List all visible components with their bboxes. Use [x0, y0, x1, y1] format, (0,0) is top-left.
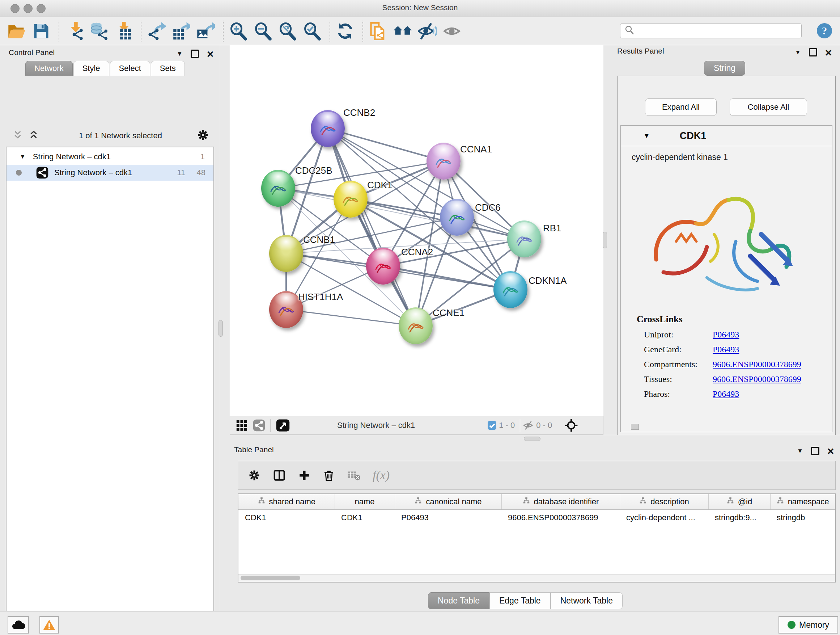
collection-expand-icon[interactable]: ▼: [19, 153, 26, 160]
column-header[interactable]: description: [620, 494, 708, 510]
import-table-icon[interactable]: [114, 22, 133, 41]
export-image-icon[interactable]: [196, 22, 215, 41]
show-hide-graphics-icon[interactable]: [442, 22, 461, 41]
memory-label: Memory: [799, 620, 829, 630]
column-header[interactable]: @id: [708, 494, 770, 510]
tab-edge-table[interactable]: Edge Table: [489, 592, 551, 609]
panel-menu-icon[interactable]: ▼: [177, 50, 183, 57]
table-options-gear-icon[interactable]: [248, 469, 261, 481]
zoom-selected-icon[interactable]: [303, 22, 322, 41]
table-hscrollbar[interactable]: [238, 574, 835, 582]
close-panel-icon[interactable]: ×: [207, 50, 214, 57]
left-splitter-handle[interactable]: [218, 320, 223, 337]
collapse-all-tree-icon[interactable]: [12, 130, 23, 142]
search-input[interactable]: [620, 23, 802, 38]
card-scrollbar[interactable]: [631, 424, 639, 430]
zoom-fit-icon[interactable]: [278, 22, 297, 41]
import-network-icon[interactable]: [65, 22, 84, 41]
column-header[interactable]: namespace: [770, 494, 835, 510]
open-session-icon[interactable]: [7, 22, 26, 41]
crosslink-value[interactable]: P06493: [713, 345, 739, 355]
memory-button[interactable]: Memory: [778, 616, 838, 633]
tab-network[interactable]: Network: [25, 61, 73, 76]
network-node-RB1[interactable]: [507, 220, 541, 257]
tab-style[interactable]: Style: [73, 61, 109, 76]
column-label: description: [651, 497, 689, 507]
network-node-CCNA2[interactable]: [366, 248, 400, 285]
network-node-CDC6[interactable]: [440, 199, 474, 236]
expand-all-button[interactable]: Expand All: [645, 98, 717, 116]
network-node-CCNA1[interactable]: [426, 143, 461, 180]
network-column-icon: [414, 497, 422, 507]
import-network-database-icon[interactable]: [89, 22, 108, 41]
protein-thumbnail: [405, 316, 426, 336]
results-menu-icon[interactable]: ▼: [795, 49, 801, 56]
network-node-CDC25B[interactable]: [261, 170, 295, 207]
results-float-icon[interactable]: [809, 48, 817, 57]
network-node-CDKN1A[interactable]: [493, 271, 527, 308]
grid-view-icon[interactable]: [235, 419, 248, 432]
collapse-all-button[interactable]: Collapse All: [729, 98, 807, 116]
table-menu-icon[interactable]: ▼: [797, 448, 803, 455]
zoom-out-icon[interactable]: [254, 22, 272, 41]
table-cell: CDK1: [238, 510, 335, 526]
table-close-icon[interactable]: ×: [827, 448, 834, 455]
node-label-HIST1H1A: HIST1H1A: [298, 291, 343, 302]
toolbar-separator: [330, 21, 331, 42]
crosslink-value[interactable]: P06493: [713, 389, 739, 399]
network-node-CCNB1[interactable]: [269, 235, 303, 272]
column-header[interactable]: shared name: [238, 494, 335, 510]
copy-style-icon[interactable]: [369, 22, 387, 41]
show-columns-icon[interactable]: [273, 469, 286, 482]
tab-network-table[interactable]: Network Table: [551, 592, 622, 609]
protein-collapse-icon[interactable]: ▼: [643, 132, 650, 140]
column-header[interactable]: database identifier: [501, 494, 620, 510]
toolbar-separator: [363, 21, 363, 42]
share-view-icon[interactable]: [253, 419, 265, 432]
crosshair-icon[interactable]: [564, 418, 578, 432]
crosslink-value[interactable]: 9606.ENSP00000378699: [713, 359, 801, 369]
column-header[interactable]: name: [335, 494, 395, 510]
tab-sets[interactable]: Sets: [151, 61, 185, 76]
tab-string[interactable]: String: [704, 61, 745, 76]
column-header[interactable]: canonical name: [395, 494, 501, 510]
network-options-gear-icon[interactable]: [197, 129, 209, 143]
network-node-CCNB2[interactable]: [311, 110, 345, 147]
selected-checkbox-icon[interactable]: [487, 421, 497, 430]
table-float-icon[interactable]: [811, 447, 819, 455]
control-panel-tabs: NetworkStyleSelectSets: [25, 61, 186, 76]
save-session-icon[interactable]: [32, 22, 51, 41]
crosslink-value[interactable]: 9606.ENSP00000378699: [713, 374, 801, 384]
results-close-icon[interactable]: ×: [825, 49, 832, 56]
float-panel-icon[interactable]: [191, 50, 199, 58]
add-column-icon[interactable]: [298, 469, 310, 481]
tab-node-table[interactable]: Node Table: [428, 592, 489, 609]
export-table-icon[interactable]: [172, 22, 190, 41]
horizontal-splitter-handle[interactable]: [524, 437, 540, 441]
crosslink-row: Pharos:P06493: [644, 389, 832, 399]
crosslink-value[interactable]: P06493: [713, 330, 739, 340]
cloud-button[interactable]: [8, 616, 29, 633]
network-node-CDK1[interactable]: [333, 181, 368, 218]
network-collection-row[interactable]: ▼ String Network – cdk1 1: [6, 149, 213, 165]
table-row[interactable]: CDK1CDK1P064939606.ENSP00000378699cyclin…: [238, 510, 835, 526]
zoom-in-icon[interactable]: [229, 22, 248, 41]
hide-unhide-icon[interactable]: [418, 22, 437, 41]
protein-name: CDK1: [680, 130, 706, 141]
string-home-icon[interactable]: [393, 22, 412, 41]
delete-table-icon: [347, 470, 360, 481]
network-canvas[interactable]: CCNB2 CCNA1 CDC25B CDK1 CDC6 RB1CCNB1: [230, 45, 603, 416]
delete-column-icon[interactable]: [323, 469, 335, 482]
warning-button[interactable]: [39, 616, 59, 633]
expand-all-tree-icon[interactable]: [28, 130, 39, 142]
export-network-icon[interactable]: [147, 22, 166, 41]
apply-layout-icon[interactable]: [336, 22, 355, 41]
network-node-CCNE1[interactable]: [399, 307, 433, 344]
protein-card-header[interactable]: ▼ CDK1: [621, 126, 832, 146]
right-splitter-handle[interactable]: [603, 232, 607, 249]
birds-eye-view-icon[interactable]: [276, 418, 290, 432]
help-button[interactable]: ?: [816, 22, 833, 39]
tab-select[interactable]: Select: [110, 61, 150, 76]
network-row-selected[interactable]: String Network – cdk1 11 48: [6, 165, 213, 181]
string-network-icon: [36, 166, 49, 179]
